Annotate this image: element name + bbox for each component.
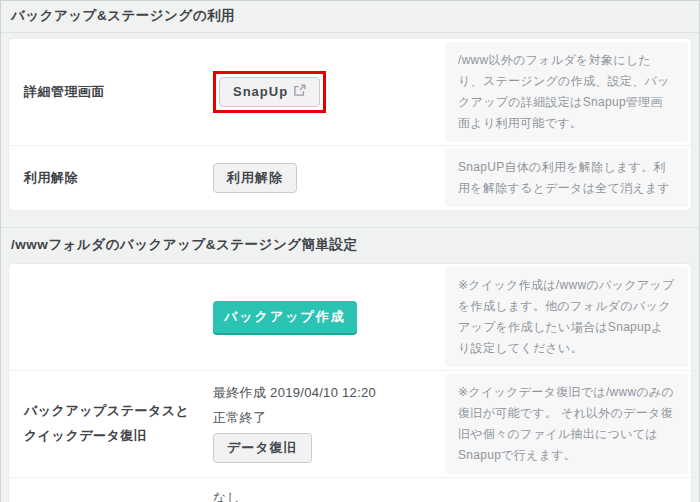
cancel-usage-note: SnapUP自体の利用を解除します。利用を解除するとデータは全て消えます xyxy=(445,149,688,207)
section-title-www-quick-settings: /wwwフォルダのバックアップ&ステージング簡単設定 xyxy=(1,228,699,258)
snapup-button[interactable]: SnapUp xyxy=(219,77,320,107)
backup-schedule-label: バックアップ作成スケジュール xyxy=(9,478,207,502)
cancel-usage-button[interactable]: 利用解除 xyxy=(213,163,297,193)
snapup-button-label: SnapUp xyxy=(233,84,288,100)
backup-create-button[interactable]: バックアップ作成 xyxy=(213,301,357,333)
backup-status-content: 最終作成 2019/04/10 12:20 正常終了 データ復旧 xyxy=(207,371,445,477)
admin-screen-note: /www以外のフォルダを対象にしたり、ステージングの作成、設定、バックアップの詳… xyxy=(445,42,688,142)
external-link-icon xyxy=(293,84,306,97)
usage-card: 詳細管理画面 SnapUp /www以外のフォルダを対象にした xyxy=(8,38,692,211)
section-www-quick-settings: /wwwフォルダのバックアップ&ステージング簡単設定 バックアップ作成 ※クイッ… xyxy=(1,227,699,502)
data-restore-button[interactable]: データ復旧 xyxy=(213,433,312,463)
quick-settings-card: バックアップ作成 ※クイック作成は/wwwのバックアップを作成します。他のフォル… xyxy=(8,263,692,502)
last-created-text: 最終作成 2019/04/10 12:20 xyxy=(213,380,376,405)
admin-screen-content: SnapUp xyxy=(207,39,445,145)
table-row-cancel-usage: 利用解除 利用解除 SnapUP自体の利用を解除します。利用を解除するとデータは… xyxy=(9,146,691,210)
section-title-backup-usage: バックアップ&ステージングの利用 xyxy=(1,1,699,33)
status-text: 正常終了 xyxy=(213,405,266,430)
admin-screen-label: 詳細管理画面 xyxy=(9,39,207,145)
schedule-value: なし xyxy=(213,487,240,502)
backup-status-label: バックアップステータスとクイックデータ復旧 xyxy=(9,371,207,477)
table-row-backup-create: バックアップ作成 ※クイック作成は/wwwのバックアップを作成します。他のフォル… xyxy=(9,264,691,371)
table-row-backup-status: バックアップステータスとクイックデータ復旧 最終作成 2019/04/10 12… xyxy=(9,371,691,478)
backup-create-note: ※クイック作成は/wwwのバックアップを作成します。他のフォルダのバックアップを… xyxy=(445,267,688,367)
cancel-usage-label: 利用解除 xyxy=(9,146,207,210)
backup-create-content: バックアップ作成 xyxy=(207,264,445,370)
backup-create-label-empty xyxy=(9,264,207,370)
backup-settings-page: バックアップ&ステージングの利用 詳細管理画面 SnapUp xyxy=(1,1,699,502)
section-backup-usage: バックアップ&ステージングの利用 詳細管理画面 SnapUp xyxy=(1,1,699,211)
table-row-admin-screen: 詳細管理画面 SnapUp /www以外のフォルダを対象にした xyxy=(9,39,691,146)
table-row-backup-schedule: バックアップ作成スケジュール なし ※バックアップは順次行われますので、スケジュ… xyxy=(9,478,691,502)
backup-status-note: ※クイックデータ復旧では/wwwのみの復旧が可能です。 それ以外のデータ復旧や個… xyxy=(445,374,688,474)
cancel-usage-content: 利用解除 xyxy=(207,146,445,210)
backup-schedule-content: なし ※バックアップは順次行われますので、スケジュールの時間設定は目安となります… xyxy=(207,478,691,502)
annotation-highlight: SnapUp xyxy=(213,71,326,113)
